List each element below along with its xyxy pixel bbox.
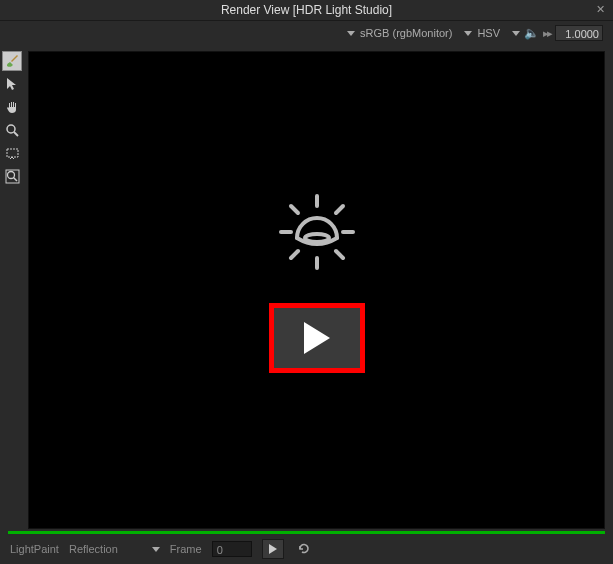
- pointer-tool[interactable]: [2, 74, 22, 94]
- exposure-controls: 🔈 ▸▸ 1.0000: [512, 25, 603, 41]
- play-button[interactable]: [262, 539, 284, 559]
- play-icon: [269, 544, 277, 554]
- play-overlay[interactable]: [269, 303, 365, 373]
- fit-tool[interactable]: [2, 166, 22, 186]
- svg-point-6: [305, 234, 329, 242]
- svg-line-4: [13, 177, 17, 181]
- dropdown-icon: [347, 31, 355, 36]
- titlebar: Render View [HDR Light Studio] ✕: [0, 0, 613, 21]
- exposure-input[interactable]: 1.0000: [555, 25, 603, 41]
- marquee-icon: [5, 146, 20, 161]
- brush-icon: [4, 53, 20, 69]
- lightpaint-mode-value: Reflection: [69, 543, 118, 555]
- colorspace-value: sRGB (rgbMonitor): [360, 27, 452, 39]
- frame-input[interactable]: 0: [212, 541, 252, 557]
- play-icon: [304, 322, 330, 354]
- body: [0, 45, 613, 529]
- pointer-icon: [5, 77, 19, 91]
- lightpaint-mode-dropdown[interactable]: Reflection: [69, 543, 160, 555]
- fit-icon: [5, 169, 20, 184]
- window-title: Render View [HDR Light Studio]: [221, 3, 392, 17]
- colormode-value: HSV: [477, 27, 500, 39]
- lightpaint-tool[interactable]: [2, 51, 22, 71]
- render-view-window: Render View [HDR Light Studio] ✕ sRGB (r…: [0, 0, 613, 564]
- frame-label: Frame: [170, 543, 202, 555]
- status-bar: LightPaint Reflection Frame 0: [0, 534, 613, 564]
- svg-point-3: [7, 171, 14, 178]
- dropdown-icon: [152, 547, 160, 552]
- region-tool[interactable]: [2, 143, 22, 163]
- svg-line-14: [336, 251, 343, 258]
- stepper-icon[interactable]: ▸▸: [543, 27, 551, 40]
- close-icon[interactable]: ✕: [596, 3, 605, 16]
- zoom-tool[interactable]: [2, 120, 22, 140]
- tool-palette: [0, 45, 24, 529]
- svg-line-12: [336, 206, 343, 213]
- svg-point-0: [7, 125, 15, 133]
- dropdown-icon: [464, 31, 472, 36]
- pan-tool[interactable]: [2, 97, 22, 117]
- svg-line-1: [14, 132, 18, 136]
- svg-line-13: [291, 251, 298, 258]
- dropdown-icon[interactable]: [512, 31, 520, 36]
- colormode-dropdown[interactable]: HSV: [464, 27, 500, 39]
- colorspace-dropdown[interactable]: sRGB (rgbMonitor): [347, 27, 452, 39]
- render-viewport[interactable]: [28, 51, 605, 529]
- lightpaint-mode-label: LightPaint: [10, 543, 59, 555]
- display-options-bar: sRGB (rgbMonitor) HSV 🔈 ▸▸ 1.0000: [0, 21, 613, 45]
- placeholder-sun-icon: [267, 182, 367, 284]
- hand-icon: [5, 100, 20, 115]
- svg-line-11: [291, 206, 298, 213]
- refresh-icon: [297, 542, 311, 556]
- speaker-icon[interactable]: 🔈: [524, 26, 539, 40]
- svg-rect-2: [7, 149, 18, 157]
- play-overlay-inner: [274, 308, 360, 368]
- refresh-button[interactable]: [294, 540, 314, 558]
- magnifier-icon: [5, 123, 20, 138]
